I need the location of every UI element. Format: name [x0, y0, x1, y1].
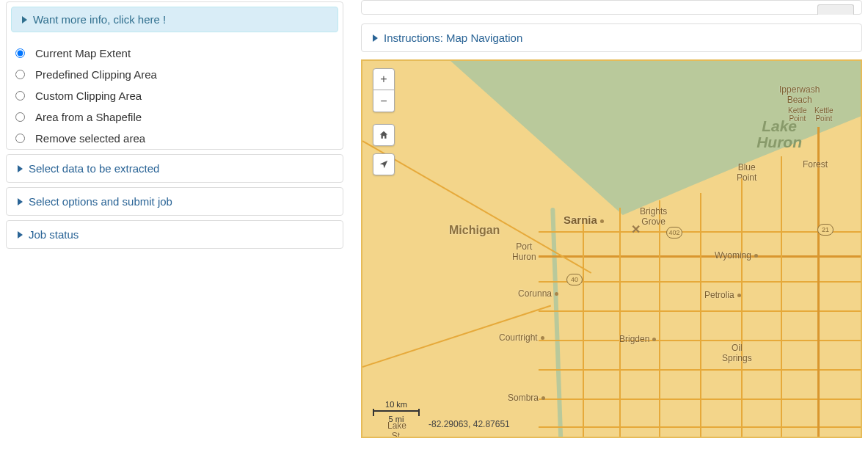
search-button-stub[interactable] — [817, 4, 854, 15]
home-icon — [379, 130, 389, 140]
clip-option-label: Area from a Shapefile — [35, 111, 142, 123]
place-brigden: Brigden — [619, 334, 659, 344]
clip-option-remove[interactable]: Remove selected area — [12, 128, 337, 149]
clip-option-label: Current Map Extent — [35, 47, 131, 59]
clip-area-panel: Want more info, click here ! Current Map… — [6, 1, 343, 150]
map-x-marker: ✕ — [631, 222, 641, 236]
clip-option-shapefile[interactable]: Area from a Shapefile — [12, 106, 337, 128]
instructions-panel: Instructions: Map Navigation — [361, 23, 862, 52]
select-data-panel: Select data to be extracted — [6, 154, 343, 183]
hwy-40-shield: 40 — [566, 274, 583, 285]
place-wyoming: Wyoming — [715, 250, 761, 261]
caret-right-icon — [373, 34, 378, 42]
clip-radio[interactable] — [15, 48, 25, 58]
caret-right-icon — [18, 165, 23, 172]
caret-right-icon — [18, 198, 23, 205]
clip-option-predefined[interactable]: Predefined Clipping Area — [12, 64, 337, 85]
place-petrolia: Petrolia — [704, 290, 744, 300]
select-options-header[interactable]: Select options and submit job — [7, 188, 343, 215]
panel-title: Job status — [29, 228, 79, 241]
place-ipperwash: Ipperwash Beach — [779, 84, 820, 105]
hwy-402-shield: 402 — [666, 227, 682, 239]
top-search-bar — [361, 0, 862, 15]
place-sombra: Sombra — [508, 393, 548, 403]
zoom-in-button[interactable]: + — [373, 68, 395, 90]
place-corunna: Corunna — [518, 288, 561, 299]
clip-option-label: Predefined Clipping Area — [35, 68, 157, 81]
instructions-header[interactable]: Instructions: Map Navigation — [362, 24, 861, 51]
job-status-header[interactable]: Job status — [7, 221, 343, 248]
clip-option-custom[interactable]: Custom Clipping Area — [12, 85, 337, 106]
cursor-coords: -82.29063, 42.87651 — [428, 419, 510, 429]
clip-radio[interactable] — [15, 112, 25, 122]
panel-title: Select data to be extracted — [29, 162, 159, 175]
caret-right-icon — [22, 16, 27, 23]
home-extent-button[interactable] — [373, 124, 395, 146]
scale-km-label: 10 km — [373, 400, 420, 409]
info-banner-label: Want more info, click here ! — [33, 13, 166, 26]
place-kettle-point-2: Kettle Point — [814, 106, 834, 123]
place-forest: Forest — [803, 159, 828, 170]
scale-mi-label: 5 mi — [373, 415, 420, 423]
location-arrow-icon — [379, 159, 389, 170]
info-banner[interactable]: Want more info, click here ! — [11, 7, 338, 32]
place-sarnia: Sarnia — [564, 214, 607, 226]
zoom-out-button[interactable]: − — [373, 90, 395, 112]
lake-huron-label: Lake Huron — [756, 118, 802, 150]
place-michigan: Michigan — [449, 224, 500, 237]
locate-button[interactable] — [373, 153, 395, 175]
place-brights-grove: Brights Grove — [640, 206, 667, 227]
caret-right-icon — [18, 231, 23, 239]
st-clair-river — [550, 208, 564, 438]
michigan-road — [362, 140, 592, 274]
panel-title: Select options and submit job — [29, 195, 172, 208]
job-status-panel: Job status — [6, 220, 343, 249]
scale-bar: 10 km 5 mi — [373, 400, 420, 423]
place-port-huron: Port Huron — [512, 241, 536, 262]
clip-options-list: Current Map Extent Predefined Clipping A… — [7, 43, 343, 149]
panel-title: Instructions: Map Navigation — [384, 32, 522, 44]
place-blue-point: Blue Point — [737, 162, 756, 183]
clip-option-label: Custom Clipping Area — [35, 90, 142, 102]
place-kettle-point: Kettle Point — [788, 106, 807, 123]
clip-radio[interactable] — [15, 134, 25, 143]
select-data-header[interactable]: Select data to be extracted — [7, 155, 343, 182]
select-options-panel: Select options and submit job — [6, 187, 343, 216]
place-oil-springs: Oil Springs — [722, 343, 752, 363]
place-courtright: Courtright — [499, 332, 547, 343]
clip-option-current-extent[interactable]: Current Map Extent — [12, 43, 337, 64]
clip-radio[interactable] — [15, 91, 25, 101]
clip-option-label: Remove selected area — [35, 132, 145, 145]
hwy-21-shield: 21 — [817, 224, 834, 236]
clip-radio[interactable] — [15, 70, 25, 79]
map[interactable]: 40 402 21 Lake Huron Michigan Sarnia Por… — [361, 59, 862, 438]
